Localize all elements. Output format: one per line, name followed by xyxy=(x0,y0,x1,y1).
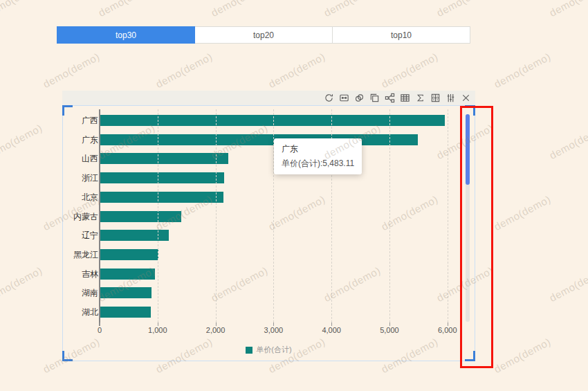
chart-scrollbar-track[interactable] xyxy=(466,114,470,322)
toolbar-icons xyxy=(323,91,472,105)
x-axis-label: 6,000 xyxy=(438,326,457,334)
selection-corner-bottom-right[interactable] xyxy=(465,351,475,361)
filter-icon[interactable] xyxy=(445,92,457,104)
table-icon[interactable] xyxy=(399,92,411,104)
grid-icon[interactable] xyxy=(430,92,441,104)
chart-widget: 广西广东山西浙江北京内蒙古辽宁黑龙江吉林湖南湖北01,0002,0003,000… xyxy=(62,91,475,361)
x-axis-label: 5,000 xyxy=(380,326,399,334)
export-icon[interactable] xyxy=(338,92,350,104)
x-axis-label: 2,000 xyxy=(206,326,226,334)
selection-corner-top-right[interactable] xyxy=(465,105,475,116)
bar-黑龙江[interactable] xyxy=(100,249,158,260)
x-axis-label: 1,000 xyxy=(148,326,167,334)
selection-corner-top-left[interactable] xyxy=(62,105,73,116)
gridline xyxy=(389,109,390,322)
y-axis-label: 辽宁 xyxy=(57,230,98,240)
y-axis-label: 广西 xyxy=(57,116,98,125)
gridline xyxy=(448,109,448,322)
watermark-text: demo(demo) xyxy=(434,0,495,19)
page: top30 top20 top10 xyxy=(0,0,588,391)
bar-北京[interactable] xyxy=(100,192,223,203)
tab-top10[interactable]: top10 xyxy=(333,26,470,44)
y-axis-label: 吉林 xyxy=(57,269,98,279)
watermark-text: demo(demo) xyxy=(547,122,588,161)
watermark-text: demo(demo) xyxy=(209,0,269,19)
watermark-text: demo(demo) xyxy=(492,336,552,375)
gridline xyxy=(158,109,158,322)
watermark-text: demo(demo) xyxy=(0,0,44,19)
watermark-text: demo(demo) xyxy=(547,264,588,304)
y-axis-label: 北京 xyxy=(57,192,98,202)
y-axis-label: 广东 xyxy=(57,135,98,145)
y-axis-label: 浙江 xyxy=(57,173,98,183)
refresh-icon[interactable] xyxy=(323,92,335,104)
watermark-text: demo(demo) xyxy=(492,51,552,90)
watermark-text: demo(demo) xyxy=(154,51,214,90)
link-icon[interactable] xyxy=(353,92,365,104)
bar-山西[interactable] xyxy=(100,153,228,164)
watermark-text: demo(demo) xyxy=(0,122,44,161)
watermark-text: demo(demo) xyxy=(96,0,156,19)
selection-corner-bottom-left[interactable] xyxy=(62,351,73,361)
watermark-text: demo(demo) xyxy=(322,0,382,19)
tooltip-value: 单价(合计):5,483.11 xyxy=(282,158,354,170)
bar-湖北[interactable] xyxy=(100,307,151,318)
bar-吉林[interactable] xyxy=(100,269,155,280)
legend-swatch xyxy=(246,347,252,354)
x-axis-label: 3,000 xyxy=(264,326,284,334)
y-axis-label: 湖南 xyxy=(57,288,98,298)
watermark-text: demo(demo) xyxy=(492,193,552,233)
y-axis-label: 内蒙古 xyxy=(57,212,98,221)
y-axis-label: 黑龙江 xyxy=(57,250,98,260)
bar-广东[interactable] xyxy=(100,134,418,145)
bar-内蒙古[interactable] xyxy=(100,211,181,222)
y-axis-label: 湖北 xyxy=(57,307,98,317)
close-icon[interactable] xyxy=(460,92,472,104)
watermark-text: demo(demo) xyxy=(41,51,101,90)
tab-top30[interactable]: top30 xyxy=(57,26,195,44)
gridline xyxy=(216,109,217,322)
x-axis-label: 0 xyxy=(98,326,102,334)
legend-label: 单价(合计) xyxy=(256,345,291,355)
share-icon[interactable] xyxy=(384,92,396,104)
sum-icon[interactable] xyxy=(414,92,426,104)
legend[interactable]: 单价(合计) xyxy=(63,345,475,355)
watermark-text: demo(demo) xyxy=(547,0,588,19)
tooltip: 广东 单价(合计):5,483.11 xyxy=(274,138,362,174)
x-axis-label: 4,000 xyxy=(322,326,341,334)
chart-selection-area[interactable]: 广西广东山西浙江北京内蒙古辽宁黑龙江吉林湖南湖北01,0002,0003,000… xyxy=(62,105,475,361)
chart-toolbar xyxy=(62,91,475,105)
watermark-text: demo(demo) xyxy=(379,51,439,90)
watermark-text: demo(demo) xyxy=(266,51,327,90)
tab-bar: top30 top20 top10 xyxy=(57,26,470,44)
bar-广西[interactable] xyxy=(100,115,445,126)
tab-top20[interactable]: top20 xyxy=(195,26,333,44)
chart-scrollbar-thumb[interactable] xyxy=(466,114,470,185)
bar-辽宁[interactable] xyxy=(100,230,169,241)
bar-浙江[interactable] xyxy=(100,172,224,183)
y-axis-label: 山西 xyxy=(57,154,98,163)
copy-icon[interactable] xyxy=(369,92,380,104)
bar-湖南[interactable] xyxy=(100,287,151,298)
tooltip-category: 广东 xyxy=(282,143,354,155)
watermark-text: demo(demo) xyxy=(0,264,44,304)
